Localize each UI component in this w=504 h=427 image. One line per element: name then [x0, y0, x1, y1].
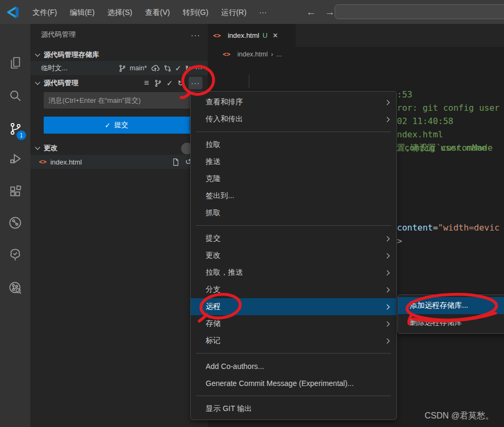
menu-item-add-remote[interactable]: 添加远程存储库... [398, 297, 504, 314]
code-fragment: 02 11:40:58 [397, 114, 453, 128]
commit-check-icon[interactable]: ✓ [175, 64, 182, 72]
command-search-input[interactable] [335, 4, 504, 19]
menu-separator [196, 132, 391, 132]
activity-bar: 1 [0, 24, 30, 427]
menu-goto[interactable]: 转到(G) [176, 5, 215, 20]
menu-item-generate-commit-message[interactable]: Generate Commit Message (Experimental)..… [191, 375, 396, 392]
tab-index-html[interactable]: <> index.html U × [208, 24, 296, 47]
title-bar: 文件(F) 编辑(E) 选择(S) 查看(V) 转到(G) 运行(R) ··· … [0, 0, 504, 24]
tab-label: index.html [227, 31, 259, 39]
remote-submenu: 添加远程存储库... 删除远程存储库 [397, 294, 504, 334]
changed-file-row[interactable]: <> index.html ↺ + [30, 155, 208, 169]
source-control-icon[interactable]: 1 [0, 116, 30, 142]
git-history-extension-icon[interactable] [0, 209, 30, 236]
menu-item-commit[interactable]: 提交 [191, 230, 396, 247]
submenu-arrow-icon [385, 338, 390, 343]
repository-row[interactable]: 临时文... main* ✓ ↻ ··· [30, 61, 208, 75]
chevron-down-icon[interactable] [35, 80, 40, 85]
breadcrumb[interactable]: <> index.html › ... [208, 47, 504, 61]
scm-more-button[interactable]: ··· [189, 77, 202, 89]
commit-button[interactable]: ✓ 提交 [44, 117, 204, 134]
extensions-icon[interactable] [0, 178, 30, 205]
branch-icon[interactable] [154, 79, 162, 87]
menu-item-tags[interactable]: 标记 [191, 332, 396, 349]
html-file-icon: <> [223, 51, 230, 58]
menu-item-pull[interactable]: 拉取 [191, 136, 396, 153]
code-fragment: ror: git config user [397, 101, 500, 114]
repositories-section-label: 源代码管理存储库 [44, 50, 99, 60]
repository-name: 临时文... [41, 63, 68, 73]
changes-section-label: 更改 [44, 143, 58, 153]
todo-tree-extension-icon[interactable] [0, 241, 30, 268]
check-icon: ✓ [105, 121, 111, 129]
menu-item-remote[interactable]: 远程 [191, 298, 396, 315]
menu-view[interactable]: 查看(V) [139, 5, 176, 20]
code-fragment: > [397, 234, 402, 248]
search-icon[interactable] [0, 83, 30, 109]
sidebar-more-button[interactable]: ··· [191, 30, 200, 39]
repo-more-button[interactable]: ··· [195, 64, 202, 72]
cloud-upload-icon[interactable] [151, 64, 160, 73]
chevron-down-icon[interactable] [35, 52, 40, 57]
submenu-arrow-icon [385, 117, 390, 122]
branch-name[interactable]: main* [130, 64, 147, 72]
submenu-arrow-icon [385, 253, 390, 258]
commit-message-input[interactable] [44, 92, 204, 109]
menu-separator [196, 396, 391, 396]
menu-item-remove-remote[interactable]: 删除远程存储库 [398, 314, 504, 331]
chevron-down-icon[interactable] [35, 145, 40, 150]
back-arrow-icon[interactable]: ← [306, 6, 316, 18]
open-file-icon[interactable] [172, 158, 180, 166]
menu-item-view-and-sort[interactable]: 查看和排序 [191, 94, 396, 111]
source-control-badge: 1 [17, 130, 26, 140]
refresh-icon[interactable]: ↻ [185, 64, 191, 72]
submenu-arrow-icon [385, 321, 390, 326]
menu-item-push[interactable]: 推送 [191, 153, 396, 170]
menu-item-add-coauthors[interactable]: Add Co-authors... [191, 358, 396, 375]
forward-arrow-icon[interactable]: → [325, 6, 335, 18]
sidebar-title: 源代码管理 [41, 30, 76, 39]
tab-strip: <> index.html U × [208, 24, 504, 47]
menu-item-changes[interactable]: 更改 [191, 247, 396, 264]
menu-item-fetch[interactable]: 抓取 [191, 204, 396, 221]
git-status-untracked: U [263, 31, 267, 39]
explorer-icon[interactable] [0, 50, 30, 76]
menu-run[interactable]: 运行(R) [215, 5, 253, 20]
menu-item-show-git-output[interactable]: 显示 GIT 输出 [191, 400, 396, 417]
menu-edit[interactable]: 编辑(E) [63, 5, 101, 20]
menu-item-incoming-outgoing[interactable]: 传入和传出 [191, 111, 396, 128]
source-control-sidebar: 源代码管理 ··· 源代码管理存储库 临时文... main* ✓ ↻ ··· … [30, 24, 208, 427]
menu-item-checkout-to[interactable]: 签出到... [191, 187, 396, 204]
watermark: CSDN @君莫愁。 [425, 410, 494, 422]
refresh-icon[interactable]: ↻ [177, 79, 184, 87]
menu-item-stash[interactable]: 存储 [191, 315, 396, 332]
menu-file[interactable]: 文件(F) [26, 5, 63, 20]
changed-file-name: index.html [50, 158, 82, 166]
menu-item-branch[interactable]: 分支 [191, 281, 396, 298]
submenu-arrow-icon [385, 270, 390, 275]
html-file-icon: <> [213, 32, 221, 39]
menu-separator [196, 225, 391, 226]
commit-check-icon[interactable]: ✓ [167, 79, 173, 87]
branch-compare-icon[interactable] [164, 64, 172, 72]
menu-overflow[interactable]: ··· [253, 5, 273, 20]
menu-item-clone[interactable]: 克隆 [191, 170, 396, 187]
scm-section-label: 源代码管理 [44, 78, 78, 88]
run-debug-icon[interactable] [0, 145, 30, 172]
code-fragment: :53 [397, 88, 412, 101]
breadcrumb-file[interactable]: index.html [237, 51, 267, 58]
breadcrumb-separator: › [271, 51, 273, 58]
breadcrumb-more[interactable]: ... [277, 51, 282, 58]
code-fragment: content="width=devic [397, 221, 500, 234]
vscode-logo-icon [6, 5, 20, 19]
submenu-arrow-icon [385, 304, 390, 309]
commit-button-label: 提交 [114, 120, 128, 130]
git-graph-extension-icon[interactable] [0, 274, 30, 301]
git-context-menu: 查看和排序 传入和传出 拉取 推送 克隆 签出到... 抓取 提交 更改 拉取，… [190, 91, 397, 420]
close-tab-icon[interactable]: × [273, 31, 278, 40]
menu-separator [196, 353, 391, 354]
menu-item-pull-push[interactable]: 拉取，推送 [191, 264, 396, 281]
submenu-arrow-icon [385, 100, 390, 105]
menu-selection[interactable]: 选择(S) [101, 5, 139, 20]
view-as-list-icon[interactable]: ≡ [144, 78, 149, 88]
